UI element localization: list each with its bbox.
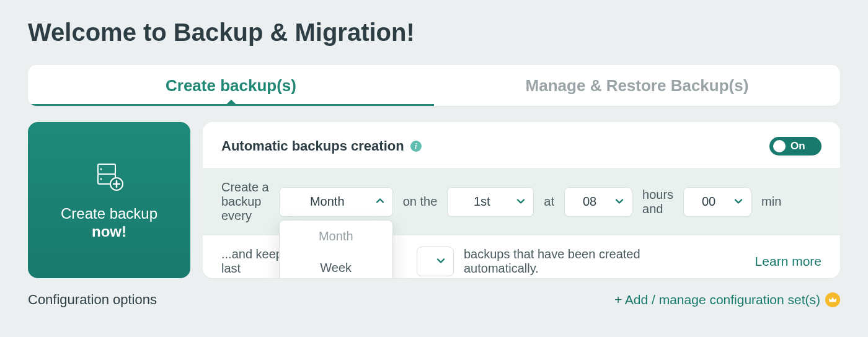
tab-manage-restore[interactable]: Manage & Restore Backup(s) [434, 65, 840, 106]
add-manage-config-sets-label: + Add / manage configuration set(s) [614, 292, 820, 307]
schedule-every-label: Create a backup every [221, 180, 269, 223]
interval-option-month[interactable]: Month [280, 221, 392, 252]
keep-count-select[interactable] [417, 247, 454, 276]
toggle-label: On [790, 140, 805, 152]
interval-select[interactable]: Month Month Week Day [279, 187, 393, 217]
chevron-down-icon [516, 195, 526, 209]
hour-value: 08 [583, 195, 596, 209]
schedule-row: Create a backup every Month Month Week D… [203, 168, 840, 235]
at-label: at [544, 195, 554, 209]
chevron-down-icon [614, 195, 624, 209]
panel-heading: Automatic backups creation [221, 138, 404, 154]
tab-bar: Create backup(s) Manage & Restore Backup… [28, 65, 840, 106]
create-backup-now-button[interactable]: Create backup now! [28, 122, 190, 278]
interval-select-value: Month [310, 195, 345, 209]
automatic-backups-toggle[interactable]: On [769, 137, 822, 155]
on-the-label: on the [403, 195, 438, 209]
day-of-month-value: 1st [474, 195, 490, 209]
chevron-up-icon [375, 195, 385, 209]
tab-create-backups[interactable]: Create backup(s) [28, 65, 434, 106]
day-of-month-select[interactable]: 1st [447, 187, 534, 217]
create-backup-label-line1: Create backup [61, 205, 157, 223]
chevron-down-icon [733, 195, 743, 209]
server-plus-icon [92, 159, 126, 196]
interval-dropdown: Month Week Day [279, 220, 393, 279]
crown-icon [825, 292, 840, 307]
active-tab-indicator-icon [224, 100, 238, 106]
interval-option-week[interactable]: Week [280, 252, 392, 279]
page-title: Welcome to Backup & Migration! [28, 19, 840, 46]
minute-select[interactable]: 00 [683, 187, 751, 217]
tab-label: Create backup(s) [166, 76, 296, 95]
automatic-backups-panel: Automatic backups creation i On Create a… [203, 122, 840, 278]
info-icon[interactable]: i [410, 141, 422, 152]
keep-suffix-label: backups that have been created automatic… [464, 247, 640, 276]
toggle-knob-icon [773, 140, 786, 152]
hour-select[interactable]: 08 [564, 187, 632, 217]
min-suffix-label: min [761, 195, 781, 209]
keep-prefix-label: ...and keep last [221, 247, 283, 276]
minute-value: 00 [702, 195, 715, 209]
learn-more-link[interactable]: Learn more [755, 254, 822, 269]
chevron-down-icon [436, 255, 446, 269]
add-manage-config-sets-link[interactable]: + Add / manage configuration set(s) [614, 292, 840, 307]
hours-and-label: hours and [642, 188, 673, 216]
create-backup-label-line2: now! [92, 223, 126, 241]
configuration-options-heading: Configuration options [28, 292, 157, 308]
tab-label: Manage & Restore Backup(s) [526, 76, 749, 95]
